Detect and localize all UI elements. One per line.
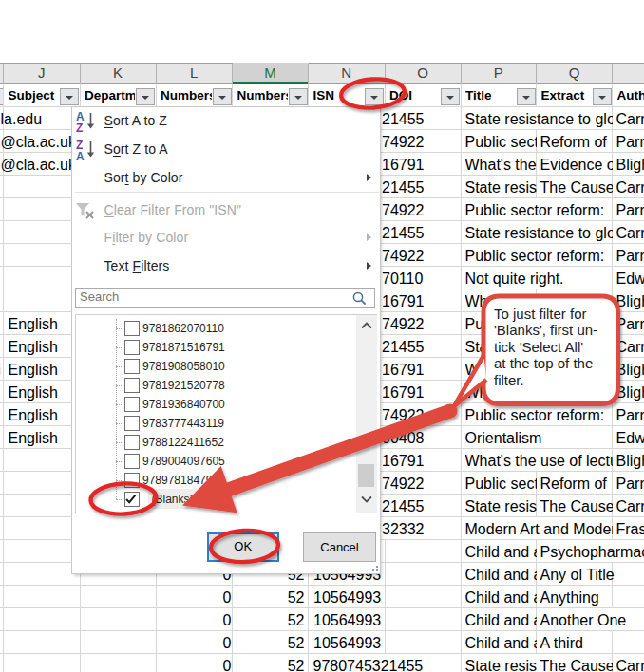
svg-text:A: A	[76, 150, 85, 162]
svg-text:Z: Z	[76, 121, 83, 134]
